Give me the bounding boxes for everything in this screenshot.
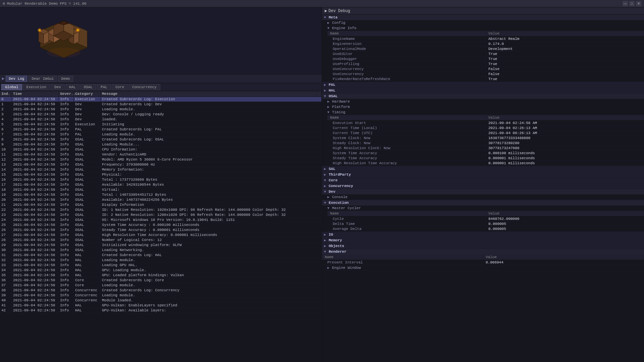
table-row[interactable]: 11 2021-09-04 02:24:58 Info OSAL Vendor:… — [0, 152, 322, 157]
table-row[interactable]: 4 2021-09-04 02:24:58 Info Dev loaded. — [0, 117, 322, 122]
table-row[interactable]: 20 2021-09-04 02:24:58 Info OSAL Availab… — [0, 197, 322, 202]
pal-header[interactable]: ▶ PAL — [322, 82, 644, 87]
renderer-header[interactable]: ▼ Renderer — [322, 249, 644, 254]
tab-demo[interactable]: Demo — [58, 76, 73, 82]
table-row[interactable]: 36 2021-09-04 02:24:58 Info Core Created… — [0, 278, 322, 283]
table-row[interactable]: 7 2021-09-04 02:24:58 Info PAL Loading m… — [0, 132, 322, 137]
log-cell-msg: Created Subrecords Log: OSAL — [101, 137, 322, 142]
table-row[interactable]: 16 2021-09-04 02:24:58 Info OSAL Total :… — [0, 177, 322, 182]
filter-osal[interactable]: OSAL — [80, 84, 96, 90]
table-row[interactable]: 18 2021-09-04 02:24:58 Info OSAL Virtual… — [0, 187, 322, 192]
table-row[interactable]: 26 2021-09-04 02:24:58 Info OSAL Steady … — [0, 228, 322, 233]
sal-header[interactable]: ▶ SAL — [322, 166, 644, 172]
tab-dev-log[interactable]: Dev Log — [6, 76, 27, 82]
master-cycler-header[interactable]: ▼ Master Cycler — [322, 205, 644, 211]
prop-val: Development — [486, 47, 644, 51]
table-row[interactable]: 33 2021-09-04 02:24:58 Info HAL Loading … — [0, 263, 322, 268]
table-row[interactable]: 1 2021-09-04 02:24:58 Info Dev Created S… — [0, 102, 322, 107]
meta-header[interactable]: ▼ Meta — [322, 15, 644, 20]
log-cell-msg: ID: 1 Native Resolution: 644x362 DPI: … — [101, 207, 322, 212]
table-row[interactable]: 12 2021-09-04 02:24:58 Info OSAL Model: … — [0, 157, 322, 162]
tab-dear-imgui[interactable]: Dear ImGui — [29, 76, 57, 82]
log-cell-sev: Info — [59, 172, 74, 177]
io-header[interactable]: ▶ IO — [322, 232, 644, 237]
table-row[interactable]: 35 2021-09-04 02:24:58 Info HAL GPU: Loa… — [0, 273, 322, 278]
table-row[interactable]: 3 2021-09-04 02:24:58 Info Dev Dev: Cons… — [0, 112, 322, 117]
table-row[interactable]: 14 2021-09-04 02:24:58 Info OSAL Memory … — [0, 167, 322, 172]
table-row[interactable]: 0 2021-09-04 02:24:58 Info Execution Cre… — [0, 97, 322, 102]
table-row[interactable]: 10 2021-09-04 02:24:58 Info OSAL CPU Inf… — [0, 147, 322, 152]
table-row[interactable]: 17 2021-09-04 02:24:58 Info OSAL Availab… — [0, 182, 322, 187]
engine-window-item[interactable]: ▶ Engine Window — [322, 265, 644, 270]
table-row[interactable]: 13 2021-09-04 02:24:58 Info OSAL Frequen… — [0, 162, 322, 167]
table-row[interactable]: 24 2021-09-04 02:24:58 Info OSAL OS: Mic… — [0, 218, 322, 223]
table-row[interactable]: 27 2021-09-04 02:24:58 Info OSAL High Re… — [0, 233, 322, 238]
dev-header[interactable]: ▼ Dev — [322, 189, 644, 194]
table-row[interactable]: 38 2021-09-04 02:24:58 Info Concurrenc C… — [0, 288, 322, 293]
memory-header[interactable]: ▶ Memory — [322, 238, 644, 243]
table-row[interactable]: 6 2021-09-04 02:24:58 Info PAL Created S… — [0, 127, 322, 132]
filter-core[interactable]: Core — [112, 84, 128, 90]
table-row[interactable]: 31 2021-09-04 02:24:58 Info HAL Created … — [0, 253, 322, 258]
thirdparty-header[interactable]: ▶ ThirdParty — [322, 172, 644, 177]
table-row[interactable]: 8 2021-09-04 02:24:58 Info OSAL Created … — [0, 137, 322, 142]
close-button[interactable]: ✕ — [636, 1, 641, 6]
table-row[interactable]: 39 2021-09-04 02:24:58 Info Concurrenc L… — [0, 293, 322, 298]
table-row[interactable]: 21 2021-09-04 02:24:58 Info OSAL Display… — [0, 202, 322, 207]
log-cell-sev: Info — [59, 273, 74, 278]
execution-header[interactable]: ▼ Execution — [322, 200, 644, 205]
table-row[interactable]: 22 2021-09-04 02:24:58 Info OSAL ID: 1 N… — [0, 207, 322, 213]
timing-props: Execution Start2021-09-04 02:24:58 AMCur… — [327, 121, 644, 166]
log-rows: 0 2021-09-04 02:24:58 Info Execution Cre… — [0, 97, 322, 313]
table-row[interactable]: 40 2021-09-04 02:24:58 Info Concurrenc M… — [0, 298, 322, 303]
table-row[interactable]: 15 2021-09-04 02:24:58 Info OSAL Physica… — [0, 172, 322, 177]
table-row[interactable]: 41 2021-09-04 02:24:58 Info HAL GPU-Vulk… — [0, 303, 322, 308]
filter-global[interactable]: Global — [1, 84, 22, 90]
console-item[interactable]: ▶ Console — [322, 194, 644, 200]
hardware-item[interactable]: ▶ Hardware — [322, 99, 644, 104]
prop-row: Steady Time Accuracy0.000001 millisecond… — [327, 156, 644, 161]
table-row[interactable]: 25 2021-09-04 02:24:58 Info OSAL System … — [0, 223, 322, 228]
core-header[interactable]: ▼ Core — [322, 178, 644, 183]
log-cell-time: 2021-09-04 02:24:58 — [12, 202, 59, 207]
engine-info-header[interactable]: ▼ Engine Info — [322, 25, 644, 31]
debug-tree[interactable]: ▼ Meta ▶ Config ▼ Engine Info Name Value — [322, 15, 644, 362]
hal-header[interactable]: ▶ HAL — [322, 88, 644, 93]
prop-val: 0.000100 milliseconds — [486, 151, 644, 156]
table-row[interactable]: 32 2021-09-04 02:24:58 Info HAL Loading … — [0, 258, 322, 263]
table-row[interactable]: 28 2021-09-04 02:24:58 Info OSAL Number … — [0, 238, 322, 243]
filter-concurrency[interactable]: Concurrency — [128, 84, 160, 90]
timing-header[interactable]: ▼ Timing — [322, 110, 644, 115]
table-row[interactable]: 5 2021-09-04 02:24:58 Info Execution Ini… — [0, 122, 322, 127]
table-row[interactable]: 30 2021-09-04 02:24:58 Info OSAL Loading… — [0, 248, 322, 253]
filter-pal[interactable]: PAL — [97, 84, 111, 90]
concurrency-header[interactable]: ▶ Concurrency — [322, 183, 644, 189]
table-row[interactable]: 42 2021-09-04 02:24:58 Info HAL GPU-Vulk… — [0, 308, 322, 313]
platform-item[interactable]: ▶ Platform — [322, 104, 644, 110]
log-cell-time: 2021-09-04 02:24:58 — [12, 102, 59, 107]
log-cell-msg: GPU-Vulkan: EnableLayers specified — [101, 303, 322, 308]
table-row[interactable]: 37 2021-09-04 02:24:58 Info Core Loading… — [0, 283, 322, 288]
table-row[interactable]: 23 2021-09-04 02:24:58 Info OSAL ID: 2 N… — [0, 213, 322, 218]
titlebar: ⚙ Modular Renderable Demo FPS = 141.00 —… — [0, 0, 644, 7]
objects-header[interactable]: ▶ Objects — [322, 243, 644, 249]
log-container[interactable]: Ind. Time Sever... Category Message 0 20… — [0, 91, 322, 362]
svg-point-21 — [47, 48, 80, 58]
filter-execution[interactable]: Execution — [23, 84, 50, 90]
osal-header[interactable]: ▼ OSAL — [322, 94, 644, 99]
maximize-button[interactable]: □ — [629, 1, 635, 6]
table-row[interactable]: 29 2021-09-04 02:24:58 Info OSAL Initial… — [0, 243, 322, 248]
prop-row: Steady Clock: Now30778173280280 — [327, 141, 644, 146]
filter-dev[interactable]: Dev — [51, 84, 65, 90]
filter-hal[interactable]: HAL — [65, 84, 79, 90]
config-item[interactable]: ▶ Config — [322, 20, 644, 25]
table-row[interactable]: 9 2021-09-04 02:24:58 Info OSAL Loading … — [0, 142, 322, 147]
minimize-button[interactable]: — — [623, 1, 628, 6]
log-cell-cat: Concurrenc — [74, 293, 101, 298]
pal-arrow: ▶ — [324, 83, 327, 87]
prop-val: True — [486, 57, 644, 61]
table-row[interactable]: 34 2021-09-04 02:24:58 Info HAL GPU: Loa… — [0, 268, 322, 273]
table-row[interactable]: 19 2021-09-04 02:24:58 Info OSAL Total :… — [0, 192, 322, 197]
log-cell-cat: Concurrenc — [74, 298, 101, 303]
table-row[interactable]: 2 2021-09-04 02:24:58 Info Dev Loading m… — [0, 107, 322, 112]
